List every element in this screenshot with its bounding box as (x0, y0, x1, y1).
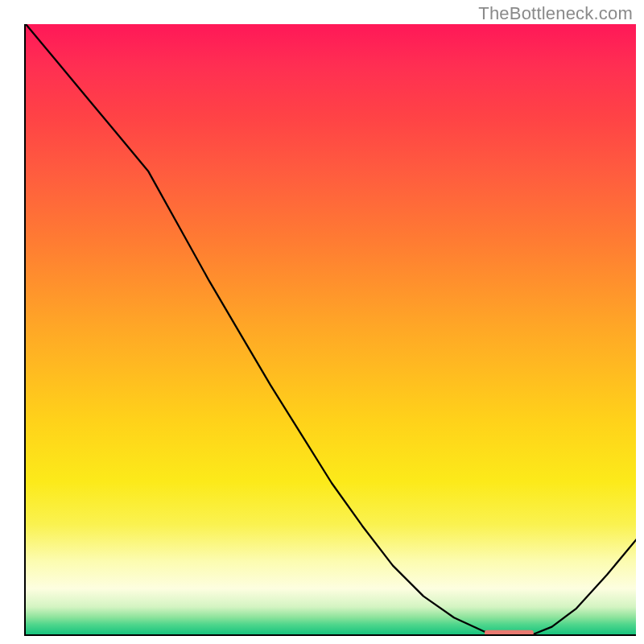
chart-container: TheBottleneck.com (0, 0, 644, 644)
chart-svg (26, 24, 636, 636)
highlight-marker (485, 630, 534, 636)
data-curve (26, 24, 636, 634)
watermark-text: TheBottleneck.com (478, 3, 633, 24)
plot-area (24, 24, 636, 636)
